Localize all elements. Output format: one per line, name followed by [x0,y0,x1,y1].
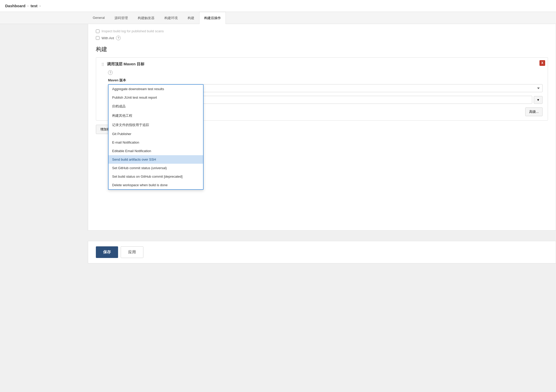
dropdown-item-11[interactable]: Delete workspace when build is done [109,181,203,189]
build-card-help-icon[interactable]: ? [108,70,113,75]
content-panel: Inspect build log for published build sc… [88,24,556,231]
tab-bar: General 源码管理 构建触发器 构建环境 构建 构建后操作 [0,12,556,24]
dropdown-item-8[interactable]: Send build artifacts over SSH [109,155,203,164]
breadcrumb-sep2: › [40,4,41,8]
tab-triggers[interactable]: 构建触发器 [133,12,159,24]
inspect-build-log-row: Inspect build log for published build sc… [96,29,548,33]
dropdown-item-7[interactable]: Editable Email Notification [109,147,203,155]
close-build-card-button[interactable]: X [539,60,545,66]
breadcrumb-sep1: › [27,4,28,8]
section-title: 构建 [96,45,548,53]
dropdown-item-5[interactable]: Git Publisher [109,130,203,138]
dropdown-item-1[interactable]: Publish JUnit test result report [109,93,203,102]
tab-post-build[interactable]: 构建后操作 [199,12,226,24]
breadcrumb-dashboard[interactable]: Dashboard [5,4,25,8]
action-bar: 保存 应用 [88,241,556,263]
dropdown-item-10[interactable]: Set build status on GitHub commit [depre… [109,172,203,181]
breadcrumb: Dashboard › test › [0,0,556,12]
build-card: X ⠿ 调用顶层 Maven 目标 ? Maven 版本 maven Aggre… [96,57,548,121]
inspect-build-log-checkbox[interactable] [96,29,99,33]
build-card-header: ⠿ 调用顶层 Maven 目标 [101,62,543,67]
tab-general[interactable]: General [88,12,110,24]
dropdown-menu: Aggregate downstream test results Publis… [108,84,204,190]
tab-env[interactable]: 构建环境 [159,12,183,24]
drag-handle-icon[interactable]: ⠿ [101,62,104,67]
dropdown-item-3[interactable]: 构建其他工程 [109,111,203,120]
save-button[interactable]: 保存 [96,246,118,258]
breadcrumb-project[interactable]: test [30,4,37,8]
maven-version-label: Maven 版本 [108,78,543,83]
with-ant-row: With Ant ? [96,36,548,40]
tab-source[interactable]: 源码管理 [110,12,133,24]
with-ant-help-icon[interactable]: ? [116,36,121,40]
goals-dropdown-button[interactable]: ▼ [534,96,543,104]
with-ant-label: With Ant [102,36,114,40]
tab-build[interactable]: 构建 [183,12,199,24]
build-card-title: 调用顶层 Maven 目标 [107,62,144,67]
dropdown-item-4[interactable]: 记录文件的指纹用于追踪 [109,120,203,130]
dropdown-menu-container: maven Aggregate downstream test results … [108,84,543,92]
dropdown-item-2[interactable]: 归档成品 [109,102,203,111]
dropdown-item-0[interactable]: Aggregate downstream test results [109,85,203,93]
with-ant-checkbox[interactable] [96,36,99,40]
advanced-button[interactable]: 高级... [525,107,543,116]
dropdown-item-9[interactable]: Set GitHub commit status (universal) [109,164,203,172]
apply-button[interactable]: 应用 [121,246,143,258]
dropdown-item-6[interactable]: E-mail Notification [109,138,203,147]
inspect-build-log-label: Inspect build log for published build sc… [102,29,164,33]
